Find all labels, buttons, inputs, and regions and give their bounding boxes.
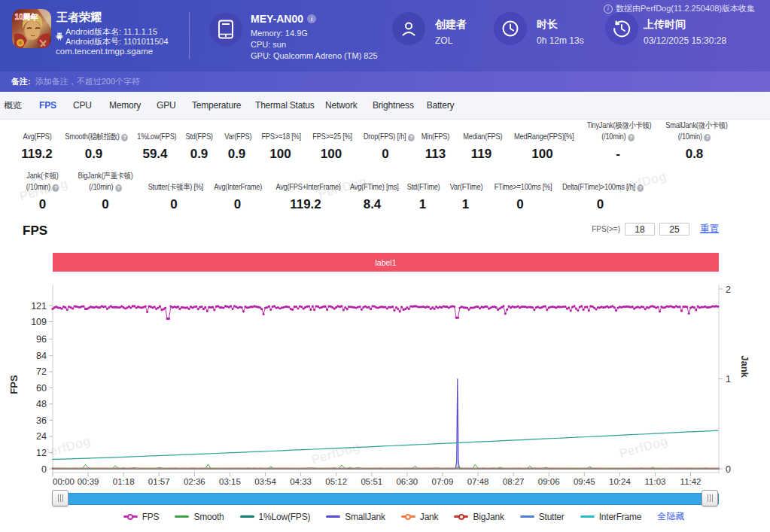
reset-link[interactable]: 重置 (700, 223, 719, 236)
x-tick-label: 03:54 (254, 477, 276, 486)
datazoom-bar[interactable] (53, 493, 719, 505)
legend-item-fps[interactable]: FPS (123, 512, 160, 522)
tab-battery[interactable]: Battery (426, 100, 455, 111)
stat-cell: Delta(FTime)>100ms [/h]?0 (557, 181, 644, 213)
clock-icon (501, 20, 519, 38)
package-name: com.tencent.tmgp.sgame (56, 47, 153, 56)
upload-time-label: 上传时间 (644, 18, 686, 32)
x-tick-label: 11:42 (680, 477, 702, 486)
tab-temperature[interactable]: Temperature (192, 100, 238, 111)
stat-value: 119.2 (21, 147, 53, 162)
remark-bar[interactable]: 备注: 添加备注，不超过200个字符 (0, 71, 770, 92)
remark-label: 备注: (11, 76, 31, 87)
y-left-tick-label: 60 (36, 383, 47, 394)
legend-label: Stutter (539, 512, 565, 522)
stat-label: FPS>=25 [%] (310, 131, 352, 142)
device-memory: Memory: 14.9G (251, 29, 308, 38)
question-icon[interactable]: ? (638, 184, 644, 192)
tab-brightness[interactable]: Brightness (373, 100, 410, 111)
fps-threshold-input-2[interactable] (659, 223, 689, 236)
chart-legend: FPSSmooth1%Low(FPS)SmallJankJankBigJankS… (0, 510, 770, 523)
stat-cell: FTime>=100ms [%]0 (491, 181, 549, 213)
legend-item-jank[interactable]: Jank (401, 512, 439, 522)
stat-label: BigJank(严重卡顿)(/10min)? (74, 170, 137, 192)
chart-label-banner-text: label1 (375, 258, 396, 267)
stat-cell: Std(FPS)0.9 (184, 131, 215, 163)
stat-value: - (583, 147, 653, 162)
stat-label: Stutter(卡顿率) [%] (145, 181, 203, 193)
datazoom-right-handle[interactable] (702, 490, 718, 506)
series-InterFrame (53, 430, 718, 459)
stat-value: 0.8 (662, 147, 727, 162)
android-version-code: Android版本号: 1101011504 (65, 37, 169, 47)
android-version-lines: Android版本名: 11.1.1.15 Android版本号: 110101… (65, 27, 169, 46)
stat-label: FTime>=100ms [%] (491, 181, 549, 193)
legend-item-bigjank[interactable]: BigJank (454, 512, 504, 522)
legend-label: FPS (142, 512, 160, 522)
legend-item-stutter[interactable]: Stutter (520, 512, 565, 522)
fps-line-chart[interactable]: 0122436486072849610912101200:0000:3901:1… (0, 275, 770, 490)
stat-cell: Var(FTime)1 (448, 181, 483, 213)
chart-label-banner: label1 (53, 253, 719, 272)
y-left-tick-label: 121 (31, 301, 47, 312)
legend-label: Smooth (193, 512, 224, 522)
question-icon[interactable]: ? (121, 134, 128, 141)
hide-all-link[interactable]: 全隐藏 (657, 510, 684, 523)
stat-cell: Avg(FPS+InterFrame)119.2 (272, 181, 339, 213)
legend-item-smooth[interactable]: Smooth (175, 512, 224, 522)
x-tick-label: 03:15 (219, 477, 241, 486)
info-icon: i (604, 5, 613, 14)
legend-item-interframe[interactable]: InterFrame (580, 512, 642, 522)
stat-cell: MedRange(FPS)[%]100 (510, 131, 574, 163)
datazoom-left-handle[interactable] (52, 490, 68, 506)
legend-item-1-low-fps-[interactable]: 1%Low(FPS) (240, 512, 311, 522)
tab-memory[interactable]: Memory (109, 100, 139, 111)
stats-row-1: Avg(FPS)119.2Smooth(稳帧指数)?0.91%Low(FPS)5… (0, 120, 770, 162)
legend-item-smalljank[interactable]: SmallJank (326, 512, 385, 522)
stat-value: 119.2 (272, 197, 339, 212)
legend-marker (326, 513, 340, 521)
duration-label: 时长 (537, 18, 558, 32)
creator-value: ZOL (435, 35, 452, 46)
creator-label: 创建者 (435, 18, 467, 32)
stat-cell: Avg(FPS)119.2 (21, 131, 53, 163)
stat-value: 0.9 (184, 147, 215, 162)
y-right-tick-label: 2 (726, 284, 731, 295)
android-icon (55, 32, 64, 41)
question-icon[interactable]: ? (704, 134, 711, 141)
device-info-icon[interactable]: i (307, 14, 316, 23)
stat-value: 119 (461, 147, 502, 162)
series-Jank-markers (52, 467, 53, 469)
tab-fps[interactable]: FPS (39, 100, 54, 111)
tab-network[interactable]: Network (325, 100, 355, 111)
stat-cell: SmallJank(微小卡顿)(/10min)?0.8 (662, 120, 727, 162)
question-icon[interactable]: ? (52, 184, 59, 192)
stat-value: 0 (491, 197, 549, 212)
stat-cell: Avg(FTime) [ms]8.4 (347, 181, 397, 213)
stat-value: 100 (310, 147, 352, 162)
tab-gpu[interactable]: GPU (157, 100, 173, 111)
x-tick-label: 01:18 (113, 477, 135, 486)
question-icon[interactable]: ? (115, 184, 122, 192)
tab-概览[interactable]: 概览 (4, 99, 22, 112)
question-icon[interactable]: ? (628, 134, 635, 141)
tab-thermal-status[interactable]: Thermal Status (255, 100, 307, 111)
stat-value: 0 (19, 197, 66, 212)
stat-label: Std(FTime) (405, 181, 440, 193)
stat-cell: Avg(InterFrame)0 (211, 181, 264, 213)
y-left-tick-label: 72 (36, 366, 47, 377)
header: i 数据由PerfDog(11.2.250408)版本收集 (0, 0, 770, 71)
fps-threshold-input-1[interactable] (625, 223, 655, 236)
legend-marker (580, 513, 595, 521)
tab-cpu[interactable]: CPU (73, 100, 90, 111)
x-tick-label: 06:30 (396, 477, 418, 486)
stat-cell: Min(FPS)113 (418, 131, 452, 163)
stat-value: 0 (211, 197, 264, 212)
perfdog-report-page: i 数据由PerfDog(11.2.250408)版本收集 (0, 0, 770, 532)
question-icon[interactable]: ? (408, 134, 415, 141)
x-tick-label: 07:09 (432, 477, 454, 486)
legend-label: BigJank (473, 512, 504, 522)
stat-label: Median(FPS) (461, 131, 502, 142)
stat-value: 113 (418, 147, 452, 162)
y-left-tick-label: 84 (36, 351, 47, 361)
